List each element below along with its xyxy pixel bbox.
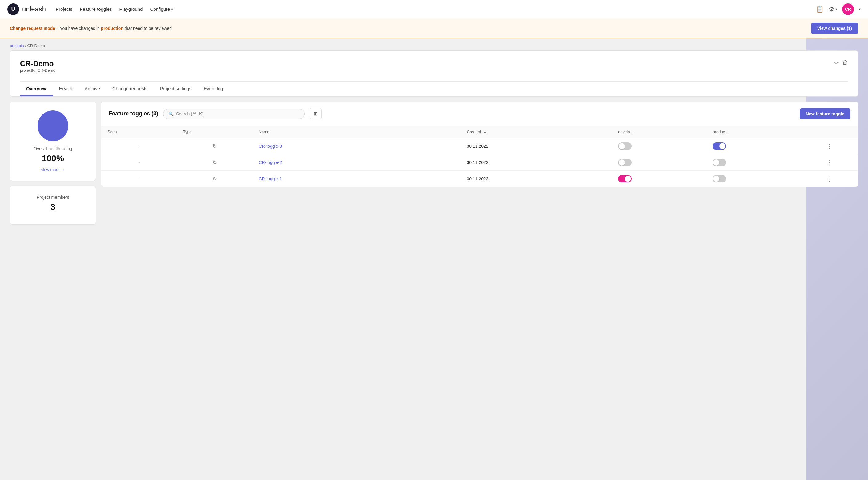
col-header-seen: Seen — [101, 126, 177, 138]
avatar-chevron-icon: ▾ — [859, 7, 861, 11]
table-row: - ↻ CR-toggle-1 30.11.2022 — [101, 171, 858, 187]
project-title: CR-Demo — [20, 59, 55, 68]
toggle-created-2: 30.11.2022 — [461, 155, 612, 171]
tab-change-requests[interactable]: Change requests — [106, 82, 154, 96]
docs-icon: 📋 — [816, 5, 824, 13]
avatar-button[interactable]: CR — [842, 3, 854, 15]
avatar-initials: CR — [845, 7, 851, 12]
docs-button[interactable]: 📋 — [816, 5, 824, 13]
toggle-name-1: CR-toggle-3 — [253, 138, 461, 155]
dev-toggle-2[interactable] — [618, 159, 631, 166]
col-header-dev: develo... — [612, 126, 706, 138]
change-request-banner: Change request mode – You have changes i… — [0, 19, 868, 38]
view-changes-button[interactable]: View changes (1) — [811, 23, 858, 34]
toggles-title: Feature toggles (3) — [108, 110, 158, 117]
arrow-right-icon: → — [61, 167, 65, 172]
toggle-created-3: 30.11.2022 — [461, 171, 612, 187]
refresh-icon: ↻ — [212, 159, 217, 165]
col-header-name: Name — [253, 126, 461, 138]
health-value: 100% — [18, 154, 88, 163]
toggle-prod-3[interactable] — [706, 171, 801, 187]
project-id-label: projectId: — [20, 68, 36, 73]
banner-middle-text: – You have changes in — [56, 26, 101, 31]
search-icon: 🔍 — [168, 111, 174, 116]
toggle-created-1: 30.11.2022 — [461, 138, 612, 155]
toggle-thumb — [625, 176, 631, 182]
banner-message: Change request mode – You have changes i… — [10, 26, 172, 31]
project-actions: ✏ 🗑 — [834, 59, 848, 66]
tab-overview[interactable]: Overview — [20, 82, 53, 96]
dev-toggle-3[interactable] — [618, 175, 631, 183]
feature-toggles-card: Feature toggles (3) 🔍 ⊞ New feature togg… — [101, 101, 858, 187]
nav-feature-toggles[interactable]: Feature toggles — [80, 6, 112, 12]
refresh-icon: ↻ — [212, 176, 217, 182]
toggle-dev-2[interactable] — [612, 155, 706, 171]
search-input[interactable] — [176, 111, 300, 116]
project-info: CR-Demo projectId: CR-Demo — [20, 59, 55, 79]
prod-toggle-2[interactable] — [713, 159, 726, 166]
grid-view-button[interactable]: ⊞ — [310, 108, 322, 119]
col-header-created[interactable]: Created ▲ — [461, 126, 612, 138]
toggle-thumb — [713, 176, 719, 182]
sidebar: Overall health rating 100% view more → P… — [10, 101, 96, 225]
view-more-link[interactable]: view more → — [41, 167, 65, 172]
nav-playground[interactable]: Playground — [119, 6, 143, 12]
toggle-name-2: CR-toggle-2 — [253, 155, 461, 171]
toggle-menu-3[interactable]: ⋮ — [801, 171, 858, 187]
toggle-dev-1[interactable] — [612, 138, 706, 155]
settings-chevron-icon: ▾ — [835, 7, 837, 11]
toggle-thumb — [719, 143, 725, 149]
prod-toggle-1[interactable] — [713, 142, 726, 150]
breadcrumb-parent-link[interactable]: projects — [10, 43, 24, 48]
settings-button[interactable]: ⚙ ▾ — [829, 5, 837, 13]
nav-projects[interactable]: Projects — [56, 6, 72, 12]
nav-configure[interactable]: Configure ▾ — [150, 6, 173, 12]
gear-icon: ⚙ — [829, 5, 834, 13]
toggle-menu-2[interactable]: ⋮ — [801, 155, 858, 171]
project-id-row: projectId: CR-Demo — [20, 68, 55, 73]
row-menu-button-1[interactable]: ⋮ — [827, 142, 833, 150]
row-menu-button-2[interactable]: ⋮ — [827, 159, 833, 166]
content-area: Overall health rating 100% view more → P… — [10, 101, 858, 225]
toggle-thumb — [619, 159, 625, 165]
tab-project-settings[interactable]: Project settings — [154, 82, 197, 96]
toggle-prod-2[interactable] — [706, 155, 801, 171]
table-header-row: Seen Type Name Created ▲ develo... produ… — [101, 126, 858, 138]
tab-health[interactable]: Health — [53, 82, 79, 96]
breadcrumb-current: CR-Demo — [27, 43, 45, 48]
configure-chevron-icon: ▾ — [171, 7, 173, 11]
toggle-menu-1[interactable]: ⋮ — [801, 138, 858, 155]
health-widget: Overall health rating 100% view more → — [10, 101, 96, 181]
tab-archive[interactable]: Archive — [79, 82, 106, 96]
search-box[interactable]: 🔍 — [163, 108, 305, 119]
toggle-type-3: ↻ — [177, 171, 253, 187]
toggle-link-3[interactable]: CR-toggle-1 — [259, 176, 282, 181]
banner-mode-label: Change request mode — [10, 26, 55, 31]
toggle-link-1[interactable]: CR-toggle-3 — [259, 144, 282, 149]
dev-toggle-1[interactable] — [618, 142, 631, 150]
toggle-link-2[interactable]: CR-toggle-2 — [259, 160, 282, 165]
navbar: U unleash Projects Feature toggles Playg… — [0, 0, 868, 19]
table-row: - ↻ CR-toggle-3 30.11.2022 — [101, 138, 858, 155]
toggle-type-2: ↻ — [177, 155, 253, 171]
toggle-dev-3[interactable] — [612, 171, 706, 187]
project-id-value: CR-Demo — [37, 68, 55, 73]
toggles-header: Feature toggles (3) 🔍 ⊞ New feature togg… — [101, 102, 858, 126]
col-header-type: Type — [177, 126, 253, 138]
prod-toggle-3[interactable] — [713, 175, 726, 183]
tab-event-log[interactable]: Event log — [197, 82, 229, 96]
members-value: 3 — [18, 202, 88, 212]
project-tabs: Overview Health Archive Change requests … — [20, 81, 848, 96]
delete-project-button[interactable]: 🗑 — [842, 59, 848, 66]
toggle-prod-1[interactable] — [706, 138, 801, 155]
nav-links: Projects Feature toggles Playground Conf… — [56, 6, 806, 12]
logo-link[interactable]: U unleash — [7, 3, 46, 15]
col-header-menu — [801, 126, 858, 138]
col-header-prod: produc... — [706, 126, 801, 138]
row-menu-button-3[interactable]: ⋮ — [827, 175, 833, 183]
new-feature-toggle-button[interactable]: New feature toggle — [800, 108, 850, 119]
banner-env-highlight: production — [101, 26, 123, 31]
edit-project-button[interactable]: ✏ — [834, 59, 839, 66]
breadcrumb: projects / CR-Demo — [0, 38, 868, 51]
members-label: Project members — [18, 195, 88, 200]
